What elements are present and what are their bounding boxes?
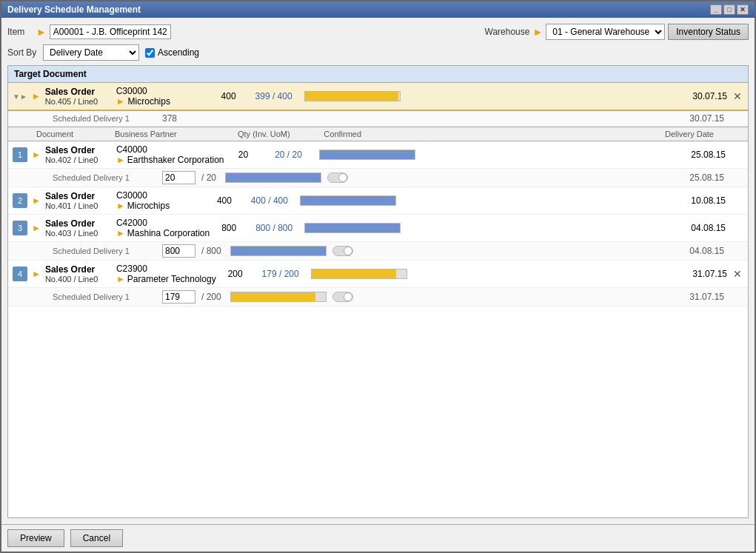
content-area: Item ► A00001 - J.B. Officeprint 142 War… (1, 18, 755, 524)
ascending-checkbox-group: Ascending (145, 47, 199, 58)
row-close-button-4[interactable]: ✕ (732, 268, 743, 280)
row-progress-4 (311, 269, 407, 279)
target-doc-title: Sales Order (45, 87, 112, 97)
table-row: 2 ► Sales Order No.401 / Line0 C30000 ► … (8, 187, 748, 215)
target-bp-arrow[interactable]: ► (116, 96, 125, 107)
row-bp-arrow-4[interactable]: ► (116, 274, 125, 284)
row-arrow-4[interactable]: ► (32, 269, 41, 279)
scheduled-row-4: Scheduled Delivery 1 / 200 31.07.15 (8, 288, 748, 306)
sched-toggle-3[interactable] (332, 246, 353, 256)
bottom-bar: Preview Cancel (1, 524, 755, 552)
ascending-label: Ascending (158, 47, 199, 58)
window-title: Delivery Schedule Management (7, 4, 141, 15)
sched-total-1: / 20 (201, 172, 216, 183)
row-number-1[interactable]: 1 (13, 147, 27, 162)
row-arrow-3[interactable]: ► (32, 223, 41, 233)
minimize-button[interactable]: _ (710, 4, 722, 15)
target-qty-fraction: 399 / 400 (248, 91, 300, 101)
row-bp-arrow-1[interactable]: ► (116, 155, 125, 165)
sched-label-4: Scheduled Delivery 1 (53, 292, 156, 301)
row-qty-4: 200 (221, 269, 250, 279)
row-progress-fill-4 (312, 269, 396, 278)
row-progress-3 (304, 223, 401, 233)
target-progress-fill (305, 92, 399, 101)
title-bar: Delivery Schedule Management _ □ ✕ (1, 1, 755, 18)
row-doc-sub-4: No.400 / Line0 (45, 275, 112, 284)
row-bp-code-2: C30000 (116, 190, 205, 201)
sched-date-1: 25.08.15 (665, 172, 724, 183)
sched-progress-fill-3 (231, 247, 326, 255)
row-date-4: 31.07.15 (668, 269, 727, 279)
table-row: 3 ► Sales Order No.403 / Line0 C42000 ► … (8, 215, 748, 242)
sched-progress-4 (230, 292, 327, 302)
row-progress-2 (300, 195, 396, 206)
close-button[interactable]: ✕ (737, 4, 749, 15)
row-qty-fraction-2: 400 / 400 (244, 195, 295, 206)
sched-total-3: / 800 (201, 246, 221, 256)
item-value[interactable]: A00001 - J.B. Officeprint 142 (50, 24, 171, 39)
row-bp-name-3: Mashina Corporation (127, 228, 210, 238)
row-bp-name-1: Earthshaker Corporation (127, 155, 224, 165)
sched-input-3[interactable] (162, 244, 195, 258)
row-date-2: 10.08.15 (666, 195, 726, 206)
row-bp-arrow-2[interactable]: ► (116, 201, 125, 211)
row-date-3: 04.08.15 (666, 223, 726, 233)
item-label: Item (7, 27, 33, 37)
row-doc-sub-2: No.401 / Line0 (45, 201, 112, 210)
target-date: 30.07.15 (668, 91, 727, 101)
target-close-button[interactable]: ✕ (732, 90, 743, 102)
sched-toggle-4[interactable] (332, 292, 353, 302)
col-header-qty: Qty (Inv. UoM) (238, 130, 290, 138)
row-number-3[interactable]: 3 (13, 221, 27, 235)
cancel-button[interactable]: Cancel (70, 529, 123, 547)
table-row: 1 ► Sales Order No.402 / Line0 C40000 ► … (8, 141, 748, 169)
row-number-2[interactable]: 2 (13, 193, 27, 208)
restore-button[interactable]: □ (723, 4, 735, 15)
target-doc-arrow[interactable]: ► (32, 91, 41, 101)
warehouse-label: Warehouse (485, 27, 530, 37)
scheduled-row-1: Scheduled Delivery 1 / 20 25.08.15 (8, 169, 748, 187)
target-bp-code: C30000 (116, 86, 210, 96)
col-header-document: Document (36, 130, 103, 138)
row-bp-arrow-3[interactable]: ► (116, 228, 125, 238)
preview-button[interactable]: Preview (7, 529, 64, 547)
row-arrow-1[interactable]: ► (32, 150, 41, 160)
main-window: Delivery Schedule Management _ □ ✕ Item … (0, 0, 756, 553)
sched-input-4[interactable] (162, 290, 195, 304)
target-scheduled-row: Scheduled Delivery 1 378 30.07.15 (8, 111, 748, 127)
col-header-delivery: Delivery Date (395, 130, 743, 138)
sort-toolbar: Sort By Delivery Date Ascending (7, 44, 749, 61)
row-qty-fraction-1: 20 / 20 (263, 150, 315, 160)
target-doc-sub: No.405 / Line0 (45, 97, 112, 106)
target-bp-name: Microchips (128, 96, 210, 107)
col-header-bp: Business Partner (107, 130, 233, 138)
sched-progress-1 (225, 172, 321, 183)
row-doc-title-3: Sales Order (45, 218, 112, 229)
sched-label-3: Scheduled Delivery 1 (53, 247, 156, 255)
item-arrow-icon: ► (36, 26, 47, 38)
row-qty-3: 800 (214, 223, 244, 233)
ascending-checkbox[interactable] (145, 48, 155, 58)
row-number-4[interactable]: 4 (13, 267, 27, 281)
data-rows-container: 1 ► Sales Order No.402 / Line0 C40000 ► … (8, 141, 748, 306)
row-qty-fraction-3: 800 / 800 (248, 223, 300, 233)
row-doc-sub-1: No.402 / Line0 (45, 155, 112, 164)
sched-input-1[interactable] (162, 171, 195, 184)
sched-progress-3 (230, 246, 327, 256)
row-progress-fill-3 (305, 224, 400, 232)
row-bp-code-3: C42000 (116, 218, 210, 228)
item-field-group: Item ► A00001 - J.B. Officeprint 142 (7, 24, 171, 39)
warehouse-group: Warehouse ► 01 - General Warehouse Inven… (485, 24, 749, 40)
row-arrow-2[interactable]: ► (32, 195, 41, 206)
target-doc-header: Target Document (8, 66, 748, 83)
sort-select[interactable]: Delivery Date (43, 44, 139, 61)
row-progress-fill-2 (301, 196, 395, 205)
sched-date-4: 31.07.15 (665, 292, 724, 302)
sched-progress-fill-4 (231, 292, 315, 301)
main-table: Target Document ▼► ► Sales Order No.405 … (7, 65, 749, 518)
sched-toggle-1[interactable] (327, 172, 348, 183)
inventory-status-button[interactable]: Inventory Status (668, 24, 749, 40)
target-row: ▼► ► Sales Order No.405 / Line0 C30000 ►… (8, 83, 748, 111)
warehouse-select[interactable]: 01 - General Warehouse (546, 24, 665, 40)
expand-icon[interactable]: ▼► (13, 93, 27, 101)
